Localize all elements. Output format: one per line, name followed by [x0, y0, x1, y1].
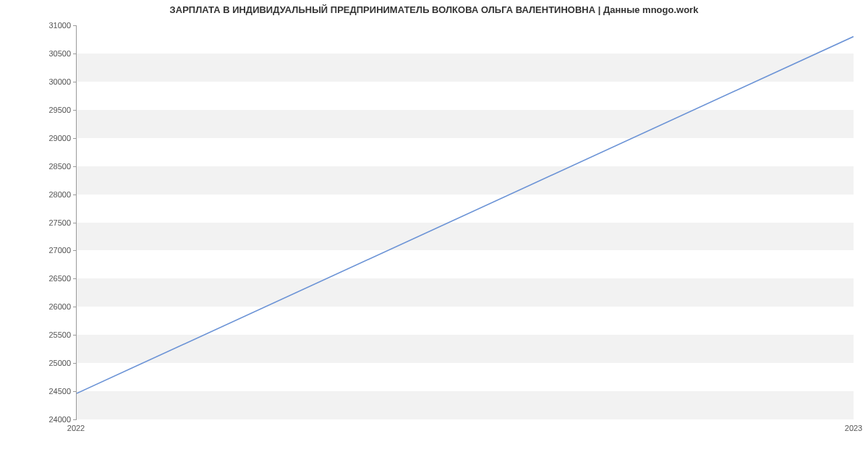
chart-title: ЗАРПЛАТА В ИНДИВИДУАЛЬНЫЙ ПРЕДПРИНИМАТЕЛ…: [0, 4, 868, 15]
y-tick-mark: [73, 195, 77, 195]
y-tick-label: 28500: [6, 162, 71, 171]
y-tick-label: 30500: [6, 49, 71, 58]
y-tick-mark: [73, 138, 77, 139]
x-tick-label: 2023: [845, 424, 862, 432]
y-tick-mark: [73, 307, 77, 307]
y-tick-mark: [73, 278, 77, 279]
salary-line-chart: ЗАРПЛАТА В ИНДИВИДУАЛЬНЫЙ ПРЕДПРИНИМАТЕЛ…: [0, 0, 868, 456]
y-tick-mark: [73, 82, 77, 82]
y-tick-mark: [73, 363, 77, 364]
y-tick-label: 29000: [6, 134, 71, 142]
x-tick-label: 2022: [67, 424, 85, 432]
y-tick-label: 30000: [6, 77, 71, 86]
y-tick-mark: [73, 250, 77, 251]
y-tick-label: 31000: [6, 21, 71, 30]
y-tick-label: 25000: [6, 359, 71, 367]
y-tick-mark: [73, 110, 77, 111]
y-tick-mark: [73, 54, 77, 54]
line-series: [77, 25, 854, 419]
y-tick-label: 26000: [6, 302, 71, 311]
y-tick-label: 24000: [6, 415, 71, 424]
y-tick-mark: [73, 223, 77, 223]
y-tick-label: 28000: [6, 190, 71, 199]
y-tick-mark: [73, 166, 77, 167]
y-tick-label: 24500: [6, 387, 71, 396]
y-tick-mark: [73, 391, 77, 392]
y-tick-label: 27500: [6, 218, 71, 227]
y-tick-mark: [73, 25, 77, 26]
y-tick-label: 25500: [6, 330, 71, 339]
y-tick-mark: [73, 335, 77, 336]
plot-area: [76, 25, 854, 419]
y-tick-label: 27000: [6, 246, 71, 255]
y-tick-mark: [73, 419, 77, 420]
y-tick-label: 29500: [6, 106, 71, 114]
y-tick-label: 26500: [6, 274, 71, 283]
